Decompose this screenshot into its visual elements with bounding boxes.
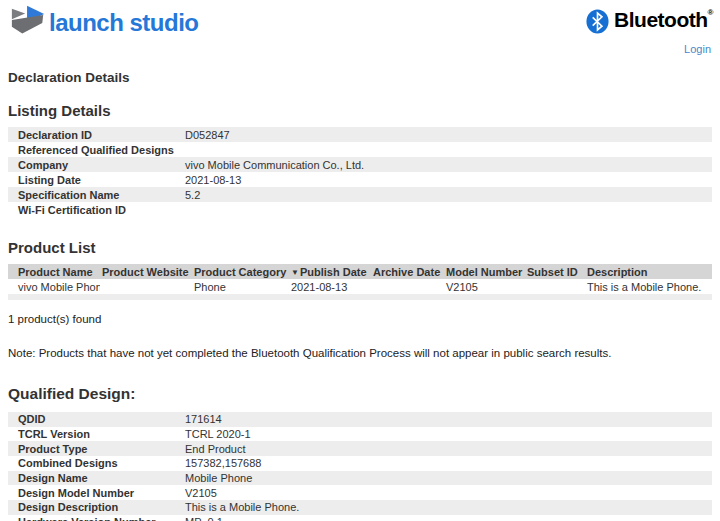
row-value: MP_0.1 (185, 516, 712, 521)
table-row: Declaration ID D052847 (8, 127, 712, 142)
cell-product-name: vivo Mobile Phone (8, 281, 100, 293)
top-header: launch studio Bluetooth® Login (0, 0, 720, 58)
row-label: Declaration ID (8, 129, 185, 141)
table-row: Wi-Fi Certification ID (8, 202, 712, 217)
row-label: Design Model Number (8, 487, 185, 499)
table-row: Referenced Qualified Designs (8, 142, 712, 157)
product-table-footer-strip (8, 294, 712, 300)
col-header-subset-id[interactable]: Subset ID (525, 266, 585, 278)
row-label: Wi-Fi Certification ID (8, 204, 185, 216)
qualified-design-table: QDID 171614 TCRL Version TCRL 2020-1 Pro… (8, 412, 712, 521)
row-label: Company (8, 159, 185, 171)
row-value: D052847 (185, 129, 712, 141)
product-row: vivo Mobile Phone Phone 2021-08-13 V2105… (8, 279, 712, 294)
row-label: Hardware Version Number (8, 516, 185, 521)
table-row: Specification Name 5.2 (8, 187, 712, 202)
table-row: Product Type End Product (8, 441, 712, 456)
row-value: vivo Mobile Communication Co., Ltd. (185, 159, 712, 171)
col-header-product-category[interactable]: Product Category (192, 266, 289, 278)
row-value: 2021-08-13 (185, 174, 712, 186)
row-value: TCRL 2020-1 (185, 428, 712, 440)
listing-details-heading: Listing Details (8, 102, 720, 119)
row-value: V2105 (185, 487, 712, 499)
col-header-product-website[interactable]: Product Website (100, 266, 192, 278)
login-link[interactable]: Login (684, 43, 711, 55)
declaration-details-page: launch studio Bluetooth® Login Declarati… (0, 0, 720, 521)
launch-studio-wordmark: launch studio (49, 9, 199, 37)
row-label: Product Type (8, 443, 185, 455)
table-row: Design Description This is a Mobile Phon… (8, 500, 712, 515)
row-label: QDID (8, 413, 185, 425)
product-count-text: 1 product(s) found (8, 313, 720, 325)
row-label: Specification Name (8, 189, 185, 201)
col-header-archive-date[interactable]: Archive Date (371, 266, 444, 278)
col-header-product-name[interactable]: Product Name (8, 266, 100, 278)
row-label: Listing Date (8, 174, 185, 186)
col-header-description[interactable]: Description (585, 266, 712, 278)
col-header-publish-date[interactable]: ▼Publish Date (289, 266, 371, 278)
table-row: Company vivo Mobile Communication Co., L… (8, 157, 712, 172)
page-title: Declaration Details (8, 70, 720, 85)
table-row: Hardware Version Number MP_0.1 (8, 515, 712, 521)
product-list-table: Product Name Product Website Product Cat… (8, 264, 712, 300)
qualified-design-heading: Qualified Design: (8, 385, 720, 403)
row-label: Referenced Qualified Designs (8, 144, 185, 156)
row-value: 171614 (185, 413, 712, 425)
row-value: Mobile Phone (185, 472, 712, 484)
row-value: End Product (185, 443, 712, 455)
row-value: 157382,157688 (185, 457, 712, 469)
row-label: Combined Designs (8, 457, 185, 469)
col-header-model-number[interactable]: Model Number (444, 266, 525, 278)
product-list-heading: Product List (8, 239, 720, 256)
sort-descending-icon: ▼ (291, 268, 299, 277)
table-row: Combined Designs 157382,157688 (8, 456, 712, 471)
table-row: QDID 171614 (8, 412, 712, 427)
registered-mark: ® (708, 8, 713, 17)
table-row: TCRL Version TCRL 2020-1 (8, 427, 712, 442)
cell-product-category: Phone (192, 281, 289, 293)
qualification-note: Note: Products that have not yet complet… (8, 347, 720, 359)
cell-model-number: V2105 (444, 281, 525, 293)
listing-details-table: Declaration ID D052847 Referenced Qualif… (8, 127, 712, 217)
bluetooth-icon (585, 9, 610, 34)
row-label: Design Name (8, 472, 185, 484)
table-row: Design Model Number V2105 (8, 485, 712, 500)
cell-description: This is a Mobile Phone. (585, 281, 712, 293)
row-label: TCRL Version (8, 428, 185, 440)
row-value: 5.2 (185, 189, 712, 201)
bluetooth-wordmark: Bluetooth® (614, 8, 713, 32)
bluetooth-brand: Bluetooth® (585, 8, 713, 34)
launch-studio-logo[interactable]: launch studio (9, 4, 199, 40)
table-row: Design Name Mobile Phone (8, 471, 712, 486)
cell-publish-date: 2021-08-13 (289, 281, 371, 293)
launch-studio-icon (9, 4, 47, 40)
row-value: This is a Mobile Phone. (185, 501, 712, 513)
row-label: Design Description (8, 501, 185, 513)
table-row: Listing Date 2021-08-13 (8, 172, 712, 187)
product-list-header-row: Product Name Product Website Product Cat… (8, 264, 712, 279)
